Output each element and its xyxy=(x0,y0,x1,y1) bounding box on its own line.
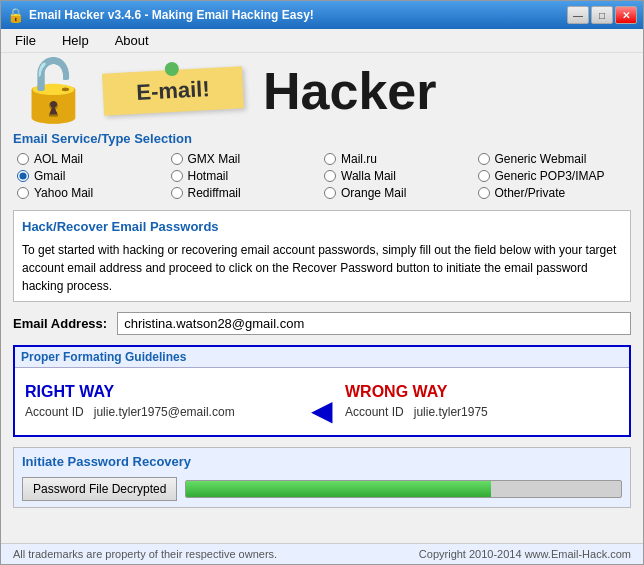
brand-name: Hacker xyxy=(263,61,436,121)
email-note: E-mail! xyxy=(102,66,244,115)
padlock-icon: 🔓 xyxy=(16,61,91,121)
window-title: Email Hacker v3.4.6 - Making Email Hacki… xyxy=(29,8,567,22)
minimize-button[interactable]: — xyxy=(567,6,589,24)
radio-orange-input[interactable] xyxy=(324,187,336,199)
radio-gmx[interactable]: GMX Mail xyxy=(171,152,325,166)
email-note-text: E-mail! xyxy=(136,76,211,105)
close-button[interactable]: ✕ xyxy=(615,6,637,24)
radio-gmail-label: Gmail xyxy=(34,169,65,183)
radio-walla-label: Walla Mail xyxy=(341,169,396,183)
radio-yahoo[interactable]: Yahoo Mail xyxy=(17,186,171,200)
wrong-way-container: WRONG WAY Account ID julie.tyler1975 xyxy=(345,383,619,419)
email-service-label: Email Service/Type Selection xyxy=(13,131,631,146)
hack-info-section: Hack/Recover Email Passwords To get star… xyxy=(13,210,631,302)
radio-rediff[interactable]: Rediffmail xyxy=(171,186,325,200)
formatting-section: Proper Formating Guidelines RIGHT WAY Ac… xyxy=(13,345,631,437)
radio-mailru-input[interactable] xyxy=(324,153,336,165)
radio-walla-input[interactable] xyxy=(324,170,336,182)
radio-gmx-label: GMX Mail xyxy=(188,152,241,166)
radio-gmail-input[interactable] xyxy=(17,170,29,182)
window-controls: — □ ✕ xyxy=(567,6,637,24)
right-way-container: RIGHT WAY Account ID julie.tyler1975@ema… xyxy=(25,383,299,419)
footer: All trademarks are property of their res… xyxy=(1,543,643,564)
recovery-title: Initiate Password Recovery xyxy=(22,454,622,469)
radio-aol[interactable]: AOL Mail xyxy=(17,152,171,166)
content-area: 🔓 E-mail! Hacker Email Service/Type Sele… xyxy=(1,53,643,543)
radio-pop3[interactable]: Generic POP3/IMAP xyxy=(478,169,632,183)
radio-rediff-label: Rediffmail xyxy=(188,186,241,200)
footer-right: Copyright 2010-2014 www.Email-Hack.com xyxy=(419,548,631,560)
radio-other[interactable]: Other/Private xyxy=(478,186,632,200)
menu-file[interactable]: File xyxy=(7,31,44,50)
wrong-account-id: Account ID xyxy=(345,405,404,419)
right-account-value: julie.tyler1975@email.com xyxy=(94,405,235,419)
radio-walla[interactable]: Walla Mail xyxy=(324,169,478,183)
email-address-input[interactable] xyxy=(117,312,631,335)
radio-group: AOL Mail GMX Mail Mail.ru Generic Webmai… xyxy=(13,152,631,200)
radio-generic-web-input[interactable] xyxy=(478,153,490,165)
radio-orange-label: Orange Mail xyxy=(341,186,406,200)
radio-gmail[interactable]: Gmail xyxy=(17,169,171,183)
hack-section-description: To get started with hacking or recoverin… xyxy=(22,241,622,295)
radio-gmx-input[interactable] xyxy=(171,153,183,165)
maximize-button[interactable]: □ xyxy=(591,6,613,24)
radio-hotmail[interactable]: Hotmail xyxy=(171,169,325,183)
right-way-account: Account ID julie.tyler1975@email.com xyxy=(25,405,299,419)
radio-pop3-input[interactable] xyxy=(478,170,490,182)
wrong-way-account: Account ID julie.tyler1975 xyxy=(345,405,619,419)
radio-yahoo-input[interactable] xyxy=(17,187,29,199)
radio-hotmail-input[interactable] xyxy=(171,170,183,182)
footer-left: All trademarks are property of their res… xyxy=(13,548,277,560)
email-address-row: Email Address: xyxy=(13,312,631,335)
window-icon: 🔒 xyxy=(7,7,23,23)
progress-bar-fill xyxy=(186,481,490,497)
main-window: 🔒 Email Hacker v3.4.6 - Making Email Hac… xyxy=(0,0,644,565)
recovery-section: Initiate Password Recovery Password File… xyxy=(13,447,631,508)
email-address-label: Email Address: xyxy=(13,316,107,331)
radio-generic-web[interactable]: Generic Webmail xyxy=(478,152,632,166)
wrong-account-value: julie.tyler1975 xyxy=(414,405,488,419)
title-bar: 🔒 Email Hacker v3.4.6 - Making Email Hac… xyxy=(1,1,643,29)
radio-other-input[interactable] xyxy=(478,187,490,199)
radio-pop3-label: Generic POP3/IMAP xyxy=(495,169,605,183)
radio-rediff-input[interactable] xyxy=(171,187,183,199)
radio-yahoo-label: Yahoo Mail xyxy=(34,186,93,200)
padlock-container: 🔓 xyxy=(13,61,93,121)
radio-aol-label: AOL Mail xyxy=(34,152,83,166)
formatting-title: Proper Formating Guidelines xyxy=(15,347,629,368)
app-header: 🔓 E-mail! Hacker xyxy=(13,61,631,121)
password-file-button[interactable]: Password File Decrypted xyxy=(22,477,177,501)
progress-bar-container xyxy=(185,480,622,498)
right-account-id: Account ID xyxy=(25,405,84,419)
wrong-way-label: WRONG WAY xyxy=(345,383,619,401)
menu-about[interactable]: About xyxy=(107,31,157,50)
radio-mailru-label: Mail.ru xyxy=(341,152,377,166)
radio-other-label: Other/Private xyxy=(495,186,566,200)
radio-orange[interactable]: Orange Mail xyxy=(324,186,478,200)
radio-aol-input[interactable] xyxy=(17,153,29,165)
menu-bar: File Help About xyxy=(1,29,643,53)
right-way-label: RIGHT WAY xyxy=(25,383,299,401)
menu-help[interactable]: Help xyxy=(54,31,97,50)
recovery-row: Password File Decrypted xyxy=(22,477,622,501)
radio-hotmail-label: Hotmail xyxy=(188,169,229,183)
arrow-icon: ◀ xyxy=(311,394,333,427)
hack-section-title: Hack/Recover Email Passwords xyxy=(22,217,622,237)
radio-mailru[interactable]: Mail.ru xyxy=(324,152,478,166)
radio-generic-web-label: Generic Webmail xyxy=(495,152,587,166)
formatting-content: RIGHT WAY Account ID julie.tyler1975@ema… xyxy=(15,368,629,435)
